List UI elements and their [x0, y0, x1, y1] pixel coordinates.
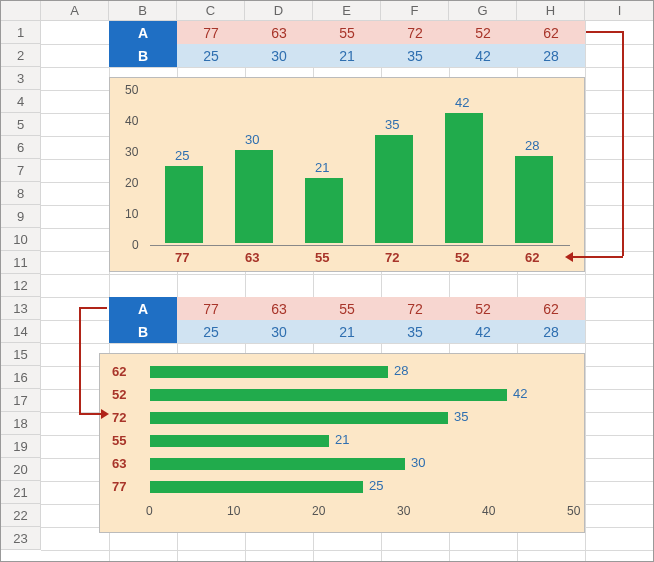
- top-table-header-A[interactable]: A: [109, 21, 177, 44]
- category-label: 52: [455, 250, 469, 265]
- row-header[interactable]: 3: [1, 67, 41, 90]
- cell[interactable]: 55: [313, 21, 381, 44]
- data-label: 28: [394, 363, 408, 378]
- cell[interactable]: 72: [381, 297, 449, 320]
- category-label: 62: [525, 250, 539, 265]
- col-header-E[interactable]: E: [313, 1, 381, 21]
- data-label: 42: [455, 95, 469, 110]
- data-label: 42: [513, 386, 527, 401]
- col-header-H[interactable]: H: [517, 1, 585, 21]
- row-header[interactable]: 21: [1, 481, 41, 504]
- row-header[interactable]: 10: [1, 228, 41, 251]
- row-header[interactable]: 16: [1, 366, 41, 389]
- col-header-C[interactable]: C: [177, 1, 245, 21]
- data-label: 30: [245, 132, 259, 147]
- row-header[interactable]: 14: [1, 320, 41, 343]
- row-header[interactable]: 8: [1, 182, 41, 205]
- row-header[interactable]: 2: [1, 44, 41, 67]
- bottom-table-header-B[interactable]: B: [109, 320, 177, 343]
- cell[interactable]: 42: [449, 320, 517, 343]
- row-header[interactable]: 13: [1, 297, 41, 320]
- row-header[interactable]: 5: [1, 113, 41, 136]
- bar: [150, 435, 329, 447]
- col-header-D[interactable]: D: [245, 1, 313, 21]
- row-header[interactable]: 15: [1, 343, 41, 366]
- x-tick: 0: [146, 504, 153, 518]
- row-header[interactable]: 11: [1, 251, 41, 274]
- row-header[interactable]: 23: [1, 527, 41, 550]
- category-label: 63: [112, 456, 126, 471]
- row-header[interactable]: 4: [1, 90, 41, 113]
- cell[interactable]: 35: [381, 320, 449, 343]
- bar: [150, 389, 507, 401]
- cell[interactable]: 77: [177, 297, 245, 320]
- cell[interactable]: 62: [517, 21, 585, 44]
- row-header[interactable]: 1: [1, 21, 41, 44]
- category-label: 77: [112, 479, 126, 494]
- cell[interactable]: 77: [177, 21, 245, 44]
- x-tick: 40: [482, 504, 495, 518]
- x-tick: 30: [397, 504, 410, 518]
- row-header[interactable]: 7: [1, 159, 41, 182]
- bar: [515, 156, 553, 243]
- cell[interactable]: 25: [177, 320, 245, 343]
- row-header[interactable]: 20: [1, 458, 41, 481]
- category-label: 55: [315, 250, 329, 265]
- bar: [150, 412, 448, 424]
- y-tick: 50: [125, 83, 138, 97]
- col-header-G[interactable]: G: [449, 1, 517, 21]
- top-table-header-B[interactable]: B: [109, 44, 177, 67]
- col-header-A[interactable]: A: [41, 1, 109, 21]
- data-label: 28: [525, 138, 539, 153]
- row-header[interactable]: 17: [1, 389, 41, 412]
- category-label: 55: [112, 433, 126, 448]
- y-tick: 0: [132, 238, 139, 252]
- cell[interactable]: 21: [313, 44, 381, 67]
- cell[interactable]: 52: [449, 297, 517, 320]
- cell[interactable]: 35: [381, 44, 449, 67]
- cell[interactable]: 30: [245, 320, 313, 343]
- data-label: 21: [335, 432, 349, 447]
- cell[interactable]: 42: [449, 44, 517, 67]
- col-header-B[interactable]: B: [109, 1, 177, 21]
- data-label: 35: [385, 117, 399, 132]
- cell[interactable]: 63: [245, 297, 313, 320]
- cell[interactable]: 30: [245, 44, 313, 67]
- row-header[interactable]: 12: [1, 274, 41, 297]
- row-header[interactable]: 19: [1, 435, 41, 458]
- cell[interactable]: 25: [177, 44, 245, 67]
- bar: [150, 458, 405, 470]
- cell[interactable]: 21: [313, 320, 381, 343]
- row-header[interactable]: 22: [1, 504, 41, 527]
- cell[interactable]: 63: [245, 21, 313, 44]
- spreadsheet: A B C D E F G H I 1 2 3 4 5 6 7 8 9 10 1…: [1, 1, 654, 562]
- cell[interactable]: 72: [381, 21, 449, 44]
- cell[interactable]: 62: [517, 297, 585, 320]
- bar: [150, 366, 388, 378]
- row-header[interactable]: 9: [1, 205, 41, 228]
- category-label: 72: [112, 410, 126, 425]
- cell[interactable]: 55: [313, 297, 381, 320]
- y-tick: 30: [125, 145, 138, 159]
- y-tick: 40: [125, 114, 138, 128]
- column-chart[interactable]: 50 40 30 20 10 0 25 30 21 35 42 28 77 63…: [109, 77, 585, 272]
- data-label: 35: [454, 409, 468, 424]
- bottom-table-header-A[interactable]: A: [109, 297, 177, 320]
- category-label: 62: [112, 364, 126, 379]
- x-tick: 10: [227, 504, 240, 518]
- cell[interactable]: 28: [517, 44, 585, 67]
- cell[interactable]: 28: [517, 320, 585, 343]
- select-all-corner[interactable]: [1, 1, 41, 21]
- row-header[interactable]: 6: [1, 136, 41, 159]
- x-tick: 50: [567, 504, 580, 518]
- data-label: 21: [315, 160, 329, 175]
- col-header-I[interactable]: I: [585, 1, 654, 21]
- category-label: 77: [175, 250, 189, 265]
- data-label: 25: [369, 478, 383, 493]
- row-header[interactable]: 18: [1, 412, 41, 435]
- col-header-F[interactable]: F: [381, 1, 449, 21]
- bar-chart[interactable]: 62 52 72 55 63 77 0 10 20 30 40 50 28 42…: [99, 353, 585, 533]
- data-label: 30: [411, 455, 425, 470]
- bar: [375, 135, 413, 243]
- cell[interactable]: 52: [449, 21, 517, 44]
